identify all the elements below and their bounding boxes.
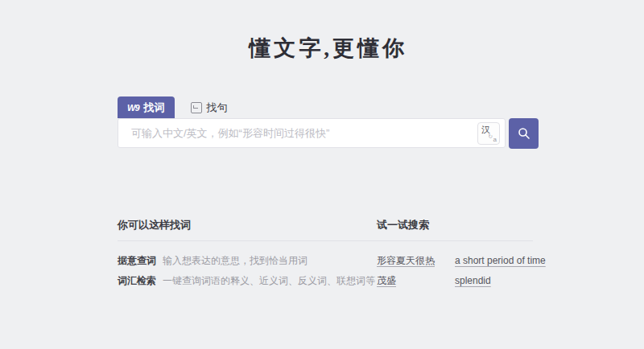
search-button[interactable]	[509, 118, 539, 149]
language-translate-toggle[interactable]: 汉 ↻ a	[477, 122, 500, 145]
section-divider	[118, 240, 533, 241]
wantwords-logo-icon: W9	[127, 103, 139, 113]
guide-row-vocab-lookup: 词汇检索 一键查询词语的释义、近义词、反义词、联想词等	[118, 271, 375, 291]
search-row: 汉 ↻ a	[118, 118, 539, 149]
guide-list: 据意查词 输入想表达的意思，找到恰当用词 词汇检索 一键查询词语的释义、近义词、…	[118, 251, 375, 291]
page-title: 懂文字,更懂你	[118, 34, 539, 63]
search-magnifier-icon	[518, 127, 530, 140]
example-link[interactable]: 形容夏天很热	[377, 251, 435, 271]
tab-find-sentences-label: 找句	[207, 101, 228, 115]
wantwords-home-page: 懂文字,更懂你 W9 找词 找句 汉 ↻ a	[0, 0, 644, 349]
example-link[interactable]: 茂盛	[377, 271, 396, 291]
tab-find-words[interactable]: W9 找词	[118, 96, 175, 118]
example-search-list: 形容夏天很热 a short period of time 茂盛 splendi…	[377, 251, 546, 291]
search-box: 汉 ↻ a	[118, 118, 506, 148]
lang-secondary-glyph: a	[493, 136, 497, 143]
guide-desc: 一键查询词语的释义、近义词、反义词、联想词等	[163, 271, 375, 291]
guide-desc: 输入想表达的意思，找到恰当用词	[163, 251, 308, 271]
guide-label: 据意查词	[118, 251, 156, 271]
example-link[interactable]: a short period of time	[455, 251, 546, 271]
wantquotes-quote-icon	[191, 102, 202, 113]
main-content: 懂文字,更懂你 W9 找词 找句 汉 ↻ a	[118, 0, 539, 349]
guide-section-title: 你可以这样找词	[118, 218, 191, 232]
tab-find-words-label: 找词	[144, 101, 165, 115]
guide-row-query-by-meaning: 据意查词 输入想表达的意思，找到恰当用词	[118, 251, 375, 271]
guide-label: 词汇检索	[118, 271, 156, 291]
examples-section-title: 试一试搜索	[377, 218, 429, 232]
example-link[interactable]: splendid	[455, 271, 491, 291]
translate-arrow-icon: ↻	[488, 133, 493, 139]
mode-tabs: W9 找词 找句	[118, 96, 237, 118]
tab-find-sentences[interactable]: 找句	[181, 96, 237, 118]
search-input[interactable]	[118, 119, 477, 147]
